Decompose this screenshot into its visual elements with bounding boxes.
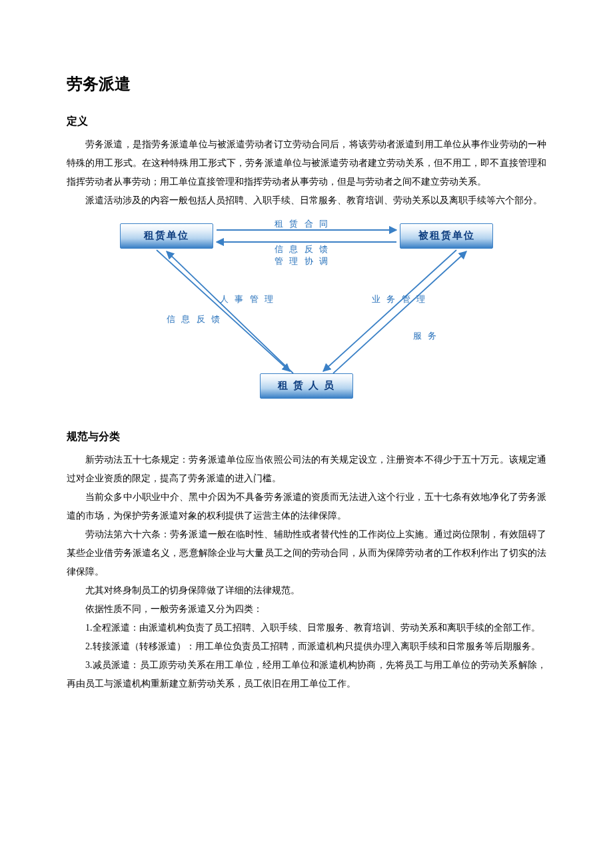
classification-item-2: 2.转接派遣（转移派遣）：用工单位负责员工招聘，而派遣机构只提供办理入离职手续和… [67,637,546,656]
diagram-node-leased-personnel: 租 赁 人 员 [260,373,353,399]
document-page: 劳务派遣 定义 劳务派遣，是指劳务派遣单位与被派遣劳动者订立劳动合同后，将该劳动… [0,0,613,733]
classification-paragraph-5: 依据性质不同，一般劳务派遣又分为四类： [67,600,546,619]
diagram-node-lessor-unit: 租赁单位 [120,223,213,249]
svg-line-2 [157,250,290,371]
svg-line-3 [167,251,293,373]
diagram-node-lessee-unit: 被租赁单位 [400,223,493,249]
diagram-label-service: 服 务 [413,330,438,342]
diagram-label-info-feedback-left: 信 息 反 馈 [167,313,222,325]
svg-line-4 [323,250,456,371]
classification-item-1: 1.全程派遣：由派遣机构负责了员工招聘、入职手续、日常服务、教育培训、劳动关系和… [67,619,546,637]
classification-paragraph-2: 当前众多中小职业中介、黑中介因为不具备劳务派遣的资质而无法进入这个行业，五十七条… [67,488,546,525]
diagram-label-business-management: 业 务 管 理 [372,293,427,305]
classification-paragraph-4: 尤其对终身制员工的切身保障做了详细的法律规范。 [67,581,546,600]
classification-item-3: 3.减员派遣：员工原劳动关系在用工单位，经用工单位和派遣机构协商，先将员工与用工… [67,656,546,693]
page-title: 劳务派遣 [67,73,546,95]
svg-line-5 [333,251,466,373]
classification-paragraph-1: 新劳动法五十七条规定：劳务派遣单位应当依照公司法的有关规定设立，注册资本不得少于… [67,451,546,488]
diagram-label-lease-contract: 租 赁 合 同 [275,218,330,230]
section-definition-heading: 定义 [67,115,546,129]
definition-paragraph-2: 派遣活动涉及的内容一般包括人员招聘、入职手续、日常服务、教育培训、劳动关系以及离… [67,191,546,210]
diagram-label-hr-management: 人 事 管 理 [220,293,275,305]
dispatch-relationship-diagram: 租赁单位 被租赁单位 租 赁 人 员 租 赁 合 同 信 息 反 馈 管 理 协… [120,223,493,410]
section-classification-heading: 规范与分类 [67,430,546,444]
diagram-label-info-feedback-top: 信 息 反 馈 [275,243,330,255]
classification-paragraph-3: 劳动法第六十六条：劳务派遣一般在临时性、辅助性或者替代性的工作岗位上实施。通过岗… [67,525,546,581]
diagram-label-management-coord: 管 理 协 调 [275,255,330,267]
definition-paragraph-1: 劳务派遣，是指劳务派遣单位与被派遣劳动者订立劳动合同后，将该劳动者派遣到用工单位… [67,135,546,191]
